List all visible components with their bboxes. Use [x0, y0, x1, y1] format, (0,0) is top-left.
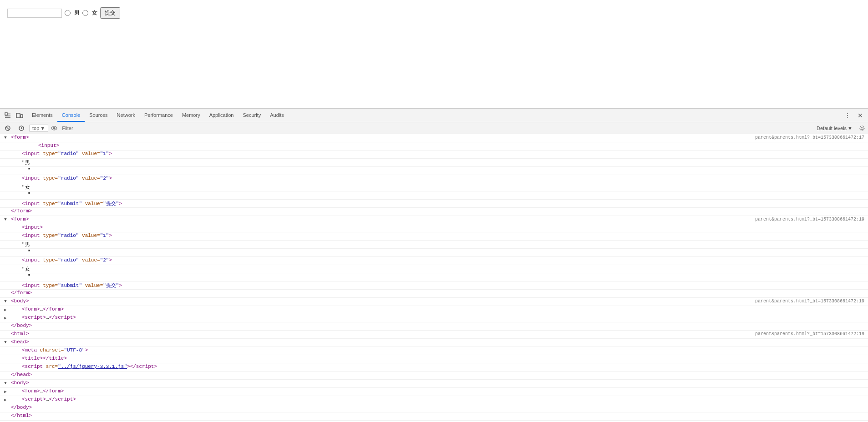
tab-performance[interactable]: Performance	[140, 109, 178, 109]
radio-male-label: 男	[74, 9, 80, 17]
tab-console[interactable]: Console	[57, 109, 85, 109]
submit-button[interactable]: 提交	[100, 7, 120, 19]
devtools-panel: Elements Console Sources Network Perform…	[0, 108, 868, 109]
tab-security[interactable]: Security	[238, 109, 265, 109]
tab-elements[interactable]: Elements	[27, 109, 57, 109]
tab-network[interactable]: Network	[112, 109, 140, 109]
devtools-tabs: Elements Console Sources Network Perform…	[27, 109, 289, 109]
tab-sources[interactable]: Sources	[85, 109, 112, 109]
page-content: 男 女 提交	[0, 0, 868, 109]
page-text-input[interactable]	[7, 9, 62, 18]
radio-male[interactable]	[65, 10, 71, 16]
devtools-toolbar: Elements Console Sources Network Perform…	[0, 109, 868, 109]
tab-audits[interactable]: Audits	[265, 109, 289, 109]
radio-female-label: 女	[92, 9, 97, 17]
tab-memory[interactable]: Memory	[178, 109, 205, 109]
tab-application[interactable]: Application	[205, 109, 239, 109]
radio-female[interactable]	[82, 10, 88, 16]
page-form: 男 女 提交	[4, 4, 864, 22]
